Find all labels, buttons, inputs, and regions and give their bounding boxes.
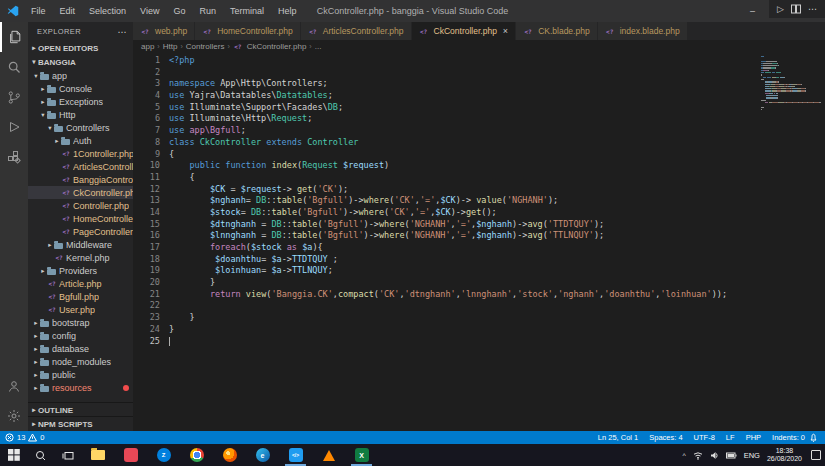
status-encoding[interactable]: UTF-8 [694, 433, 715, 442]
minimize-button[interactable]: – [738, 0, 767, 22]
taskbar-app-excel[interactable]: X [345, 444, 378, 466]
taskbar-app-firefox[interactable] [213, 444, 246, 466]
breadcrumb-item[interactable]: Http [163, 42, 178, 51]
status-eol[interactable]: LF [726, 433, 735, 442]
tree-item-ArticlesController...[interactable]: <?ArticlesController... [28, 160, 133, 173]
menu-help[interactable]: Help [271, 0, 304, 22]
tree-item-resources[interactable]: ▸resources [28, 381, 133, 394]
menu-view[interactable]: View [133, 0, 166, 22]
tree-item-app[interactable]: ▾app [28, 69, 133, 82]
tree-item-database[interactable]: ▸database [28, 342, 133, 355]
code-text[interactable]: use Illuminate\Http\Request; [169, 113, 312, 125]
code-text[interactable]: { [169, 172, 195, 184]
code-text[interactable]: $lnnghanh = DB::table('Bgfull')->where('… [169, 230, 604, 242]
code-text[interactable]: namespace App\Http\Controllers; [169, 78, 328, 90]
taskbar-search-icon[interactable] [27, 444, 54, 466]
code-text[interactable]: use Illuminate\Support\Facades\DB; [169, 102, 343, 114]
status-indentation[interactable]: Spaces: 4 [649, 433, 682, 442]
tree-item-Exceptions[interactable]: ▸Exceptions [28, 95, 133, 108]
tree-item-Http[interactable]: ▾Http [28, 108, 133, 121]
language-indicator[interactable]: ENG [744, 451, 760, 460]
run-code-icon[interactable]: ▷ [777, 4, 784, 14]
taskbar-app-chrome[interactable] [180, 444, 213, 466]
outline-section[interactable]: ▸ OUTLINE [28, 403, 133, 417]
tree-item-Kernel.php[interactable]: <?Kernel.php [28, 251, 133, 264]
extensions-icon[interactable] [0, 142, 28, 172]
account-icon[interactable] [0, 371, 28, 401]
run-debug-icon[interactable] [0, 112, 28, 142]
battery-icon[interactable] [726, 452, 737, 459]
menu-edit[interactable]: Edit [53, 0, 83, 22]
tree-item-Bgfull.php[interactable]: <?Bgfull.php [28, 290, 133, 303]
tree-item-Auth[interactable]: ▸Auth [28, 134, 133, 147]
explorer-icon[interactable] [0, 22, 28, 52]
tab-ArticlesController.php[interactable]: <?ArticlesController.php [301, 22, 412, 40]
code-text[interactable]: } [169, 277, 215, 289]
close-tab-icon[interactable]: × [503, 26, 508, 36]
status-indent-size[interactable]: Indents: 0 [772, 433, 805, 442]
explorer-more-actions-icon[interactable]: ⋯ [118, 27, 127, 37]
code-text[interactable]: <?php [169, 55, 195, 67]
minimap[interactable] [761, 56, 815, 113]
workspace-section[interactable]: ▾ BANGGIA [28, 55, 133, 69]
code-text[interactable]: $doanhthu= $a->TTDTQUY ; [169, 254, 338, 266]
menu-terminal[interactable]: Terminal [223, 0, 271, 22]
tree-item-Middleware[interactable]: ▸Middleware [28, 238, 133, 251]
menu-go[interactable]: Go [166, 0, 192, 22]
code-text[interactable]: $CK = $request-> get('CK'); [169, 184, 348, 196]
breadcrumb-item[interactable]: app [141, 42, 154, 51]
tab-index.blade.php[interactable]: <?index.blade.php [598, 22, 688, 40]
network-icon[interactable] [693, 451, 703, 460]
code-text[interactable]: public function index(Request $request) [169, 160, 389, 172]
menu-run[interactable]: Run [192, 0, 223, 22]
tab-web.php[interactable]: <?web.php [133, 22, 195, 40]
split-editor-icon[interactable] [791, 4, 801, 14]
npm-scripts-section[interactable]: ▸ NPM SCRIPTS [28, 417, 133, 431]
tree-item-BanggiaControlle...[interactable]: <?BanggiaControlle... [28, 173, 133, 186]
status-cursor-position[interactable]: Ln 25, Col 1 [598, 433, 638, 442]
tree-item-Controllers[interactable]: ▾Controllers [28, 121, 133, 134]
code-text[interactable]: use Yajra\Datatables\Datatables; [169, 90, 333, 102]
hidden-icons-chevron-icon[interactable]: ^ [682, 452, 685, 459]
tree-item-config[interactable]: ▸config [28, 329, 133, 342]
tree-item-Article.php[interactable]: <?Article.php [28, 277, 133, 290]
code-editor[interactable]: 1<?php23namespace App\Http\Controllers;4… [133, 53, 825, 431]
tab-CkController.php[interactable]: <?CkController.php× [412, 22, 517, 40]
breadcrumb-item[interactable]: Controllers [186, 42, 225, 51]
code-text[interactable]: class CkController extends Controller [169, 137, 358, 149]
code-text[interactable]: } [169, 324, 174, 336]
code-text[interactable]: $nghanh= DB::table('Bgfull')->where('CK'… [169, 195, 558, 207]
taskbar-app-vscode[interactable]: </> [279, 444, 312, 466]
settings-gear-icon[interactable] [0, 401, 28, 431]
code-text[interactable] [169, 336, 170, 348]
tree-item-node_modules[interactable]: ▸node_modules [28, 355, 133, 368]
tree-item-1Controller.php[interactable]: <?1Controller.php [28, 147, 133, 160]
tree-item-Controller.php[interactable]: <?Controller.php [28, 199, 133, 212]
taskbar-clock[interactable]: 18:38 26/08/2020 [767, 447, 802, 463]
tree-item-public[interactable]: ▸public [28, 368, 133, 381]
tree-item-CkController.php[interactable]: <?CkController.php [28, 186, 133, 199]
status-language-mode[interactable]: PHP [746, 433, 761, 442]
taskbar-app-edge[interactable]: e [246, 444, 279, 466]
tree-item-HomeController.p...[interactable]: <?HomeController.p... [28, 212, 133, 225]
code-text[interactable]: return view('Banggia.CK',compact('CK','d… [169, 289, 727, 301]
tab-HomeController.php[interactable]: <?HomeController.php [195, 22, 301, 40]
tree-item-bootstrap[interactable]: ▸bootstrap [28, 316, 133, 329]
code-text[interactable]: $loinhuan= $a->TTLNQUY; [169, 265, 333, 277]
source-control-icon[interactable] [0, 82, 28, 112]
code-text[interactable]: $stock= DB::table('Bgfull')->where('CK',… [169, 207, 497, 219]
menu-selection[interactable]: Selection [82, 0, 133, 22]
tree-item-Console[interactable]: ▸Console [28, 82, 133, 95]
notifications-bell-icon[interactable] [809, 433, 818, 443]
more-actions-icon[interactable]: ⋯ [808, 4, 817, 14]
tree-item-PageController.php[interactable]: <?PageController.php [28, 225, 133, 238]
code-text[interactable]: use app\Bgfull; [169, 125, 246, 137]
code-text[interactable]: $dtnghanh = DB::table('Bgfull')->where('… [169, 219, 604, 231]
tree-item-User.php[interactable]: <?User.php [28, 303, 133, 316]
task-view-icon[interactable] [54, 444, 81, 466]
code-text[interactable]: { [169, 149, 174, 161]
problems-indicator[interactable]: 13 0 [5, 433, 45, 442]
taskbar-app-zalo[interactable]: Z [147, 444, 180, 466]
volume-icon[interactable] [710, 451, 719, 460]
open-editors-section[interactable]: ▸ OPEN EDITORS [28, 41, 133, 55]
